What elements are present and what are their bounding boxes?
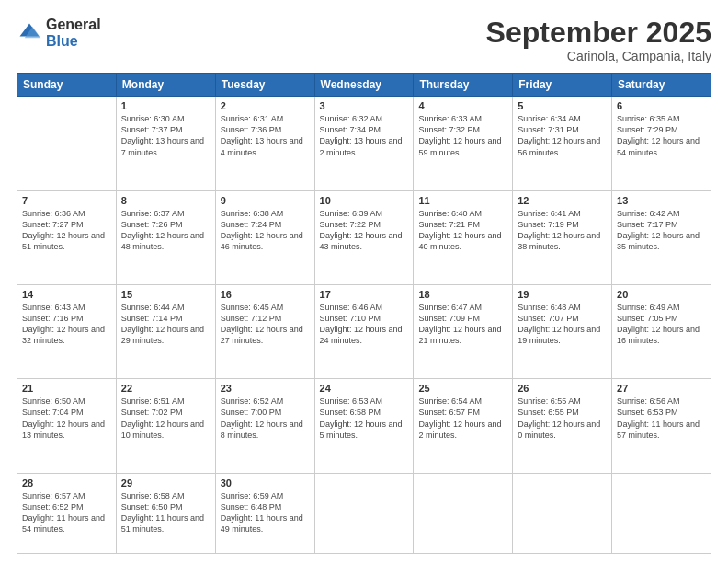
calendar-cell: 12Sunrise: 6:41 AMSunset: 7:19 PMDayligh… — [513, 190, 612, 284]
header: General Blue September 2025 Carinola, Ca… — [17, 17, 711, 63]
day-number: 13 — [617, 195, 706, 206]
day-number: 16 — [221, 289, 310, 300]
cell-info: Sunrise: 6:31 AMSunset: 7:36 PMDaylight:… — [221, 113, 310, 158]
cell-info: Sunrise: 6:48 AMSunset: 7:07 PMDaylight:… — [518, 302, 607, 347]
day-number: 25 — [418, 383, 507, 394]
cell-info: Sunrise: 6:41 AMSunset: 7:19 PMDaylight:… — [518, 208, 607, 253]
location-subtitle: Carinola, Campania, Italy — [486, 49, 711, 63]
cell-info: Sunrise: 6:56 AMSunset: 6:53 PMDaylight:… — [617, 396, 706, 441]
col-tuesday: Tuesday — [215, 74, 314, 97]
cell-info: Sunrise: 6:49 AMSunset: 7:05 PMDaylight:… — [617, 302, 706, 347]
day-number: 22 — [121, 383, 210, 394]
calendar-cell: 21Sunrise: 6:50 AMSunset: 7:04 PMDayligh… — [17, 379, 117, 473]
logo-blue: Blue — [46, 33, 101, 50]
calendar-cell: 11Sunrise: 6:40 AMSunset: 7:21 PMDayligh… — [414, 190, 513, 284]
calendar-week-row: 28Sunrise: 6:57 AMSunset: 6:52 PMDayligh… — [17, 473, 711, 553]
logo: General Blue — [17, 17, 101, 49]
calendar-cell: 5Sunrise: 6:34 AMSunset: 7:31 PMDaylight… — [513, 97, 612, 190]
day-number: 2 — [221, 100, 310, 111]
col-wednesday: Wednesday — [314, 74, 414, 97]
page: General Blue September 2025 Carinola, Ca… — [0, 0, 728, 563]
day-number: 28 — [22, 477, 111, 488]
cell-info: Sunrise: 6:53 AMSunset: 6:58 PMDaylight:… — [320, 396, 409, 441]
calendar-cell: 9Sunrise: 6:38 AMSunset: 7:24 PMDaylight… — [215, 190, 314, 284]
cell-info: Sunrise: 6:35 AMSunset: 7:29 PMDaylight:… — [617, 113, 706, 158]
calendar-cell: 29Sunrise: 6:58 AMSunset: 6:50 PMDayligh… — [116, 473, 215, 553]
cell-info: Sunrise: 6:38 AMSunset: 7:24 PMDaylight:… — [221, 208, 310, 253]
calendar-cell: 24Sunrise: 6:53 AMSunset: 6:58 PMDayligh… — [314, 379, 414, 473]
calendar-table: Sunday Monday Tuesday Wednesday Thursday… — [17, 73, 711, 554]
calendar-cell: 19Sunrise: 6:48 AMSunset: 7:07 PMDayligh… — [513, 284, 612, 378]
day-number: 24 — [320, 383, 409, 394]
calendar-cell — [314, 473, 414, 553]
day-number: 15 — [121, 289, 210, 300]
calendar-cell: 20Sunrise: 6:49 AMSunset: 7:05 PMDayligh… — [612, 284, 711, 378]
day-number: 1 — [121, 100, 210, 111]
calendar-cell: 8Sunrise: 6:37 AMSunset: 7:26 PMDaylight… — [116, 190, 215, 284]
col-thursday: Thursday — [414, 74, 513, 97]
calendar-week-row: 14Sunrise: 6:43 AMSunset: 7:16 PMDayligh… — [17, 284, 711, 378]
calendar-week-row: 21Sunrise: 6:50 AMSunset: 7:04 PMDayligh… — [17, 379, 711, 473]
logo-icon — [17, 20, 42, 46]
calendar-cell: 30Sunrise: 6:59 AMSunset: 6:48 PMDayligh… — [215, 473, 314, 553]
cell-info: Sunrise: 6:44 AMSunset: 7:14 PMDaylight:… — [121, 302, 210, 347]
cell-info: Sunrise: 6:37 AMSunset: 7:26 PMDaylight:… — [121, 208, 210, 253]
day-number: 11 — [418, 195, 507, 206]
calendar-week-row: 1Sunrise: 6:30 AMSunset: 7:37 PMDaylight… — [17, 97, 711, 190]
calendar-cell: 26Sunrise: 6:55 AMSunset: 6:55 PMDayligh… — [513, 379, 612, 473]
col-friday: Friday — [513, 74, 612, 97]
cell-info: Sunrise: 6:46 AMSunset: 7:10 PMDaylight:… — [320, 302, 409, 347]
cell-info: Sunrise: 6:39 AMSunset: 7:22 PMDaylight:… — [320, 208, 409, 253]
day-number: 10 — [320, 195, 409, 206]
cell-info: Sunrise: 6:55 AMSunset: 6:55 PMDaylight:… — [518, 396, 607, 441]
calendar-cell: 10Sunrise: 6:39 AMSunset: 7:22 PMDayligh… — [314, 190, 414, 284]
day-number: 5 — [518, 100, 607, 111]
calendar-cell: 2Sunrise: 6:31 AMSunset: 7:36 PMDaylight… — [215, 97, 314, 190]
logo-text: General Blue — [46, 17, 101, 49]
calendar-cell: 15Sunrise: 6:44 AMSunset: 7:14 PMDayligh… — [116, 284, 215, 378]
calendar-cell: 7Sunrise: 6:36 AMSunset: 7:27 PMDaylight… — [17, 190, 117, 284]
cell-info: Sunrise: 6:47 AMSunset: 7:09 PMDaylight:… — [418, 302, 507, 347]
day-number: 17 — [320, 289, 409, 300]
cell-info: Sunrise: 6:59 AMSunset: 6:48 PMDaylight:… — [221, 490, 310, 535]
col-monday: Monday — [116, 74, 215, 97]
calendar-cell — [414, 473, 513, 553]
day-number: 7 — [22, 195, 111, 206]
day-number: 30 — [221, 477, 310, 488]
col-saturday: Saturday — [612, 74, 711, 97]
day-number: 18 — [418, 289, 507, 300]
day-number: 23 — [221, 383, 310, 394]
col-sunday: Sunday — [17, 74, 117, 97]
cell-info: Sunrise: 6:42 AMSunset: 7:17 PMDaylight:… — [617, 208, 706, 253]
calendar-cell: 4Sunrise: 6:33 AMSunset: 7:32 PMDaylight… — [414, 97, 513, 190]
day-number: 26 — [518, 383, 607, 394]
calendar-cell: 1Sunrise: 6:30 AMSunset: 7:37 PMDaylight… — [116, 97, 215, 190]
calendar-cell: 16Sunrise: 6:45 AMSunset: 7:12 PMDayligh… — [215, 284, 314, 378]
calendar-cell — [612, 473, 711, 553]
cell-info: Sunrise: 6:50 AMSunset: 7:04 PMDaylight:… — [22, 396, 111, 441]
day-number: 20 — [617, 289, 706, 300]
cell-info: Sunrise: 6:51 AMSunset: 7:02 PMDaylight:… — [121, 396, 210, 441]
day-number: 14 — [22, 289, 111, 300]
cell-info: Sunrise: 6:40 AMSunset: 7:21 PMDaylight:… — [418, 208, 507, 253]
month-title: September 2025 — [486, 17, 711, 49]
cell-info: Sunrise: 6:33 AMSunset: 7:32 PMDaylight:… — [418, 113, 507, 158]
calendar-week-row: 7Sunrise: 6:36 AMSunset: 7:27 PMDaylight… — [17, 190, 711, 284]
calendar-cell: 17Sunrise: 6:46 AMSunset: 7:10 PMDayligh… — [314, 284, 414, 378]
cell-info: Sunrise: 6:34 AMSunset: 7:31 PMDaylight:… — [518, 113, 607, 158]
title-area: September 2025 Carinola, Campania, Italy — [486, 17, 711, 63]
day-number: 9 — [221, 195, 310, 206]
day-number: 27 — [617, 383, 706, 394]
cell-info: Sunrise: 6:58 AMSunset: 6:50 PMDaylight:… — [121, 490, 210, 535]
cell-info: Sunrise: 6:45 AMSunset: 7:12 PMDaylight:… — [221, 302, 310, 347]
calendar-cell: 28Sunrise: 6:57 AMSunset: 6:52 PMDayligh… — [17, 473, 117, 553]
logo-general: General — [46, 17, 101, 33]
calendar-cell — [513, 473, 612, 553]
cell-info: Sunrise: 6:36 AMSunset: 7:27 PMDaylight:… — [22, 208, 111, 253]
day-number: 21 — [22, 383, 111, 394]
calendar-cell: 22Sunrise: 6:51 AMSunset: 7:02 PMDayligh… — [116, 379, 215, 473]
calendar-cell: 3Sunrise: 6:32 AMSunset: 7:34 PMDaylight… — [314, 97, 414, 190]
cell-info: Sunrise: 6:32 AMSunset: 7:34 PMDaylight:… — [320, 113, 409, 158]
calendar-cell: 14Sunrise: 6:43 AMSunset: 7:16 PMDayligh… — [17, 284, 117, 378]
day-number: 19 — [518, 289, 607, 300]
